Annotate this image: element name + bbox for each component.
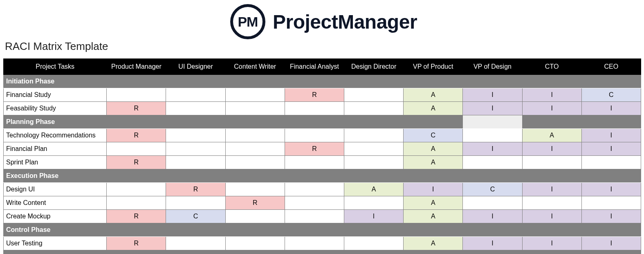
col-header-role: VP of Design (463, 59, 522, 75)
task-name: Create Mockup (4, 210, 107, 223)
raci-cell: I (522, 183, 581, 196)
raci-cell: A (344, 183, 404, 196)
raci-cell: I (581, 142, 641, 156)
task-name: Sprint Plan (4, 156, 107, 169)
phase-blank-cell (344, 223, 404, 237)
phase-blank-cell (463, 223, 522, 237)
raci-cell: I (581, 102, 641, 115)
raci-cell (285, 156, 344, 169)
raci-cell: I (522, 88, 581, 102)
raci-cell: I (522, 210, 581, 223)
phase-label: Execution Phase (4, 169, 107, 183)
phase-blank-cell (463, 75, 522, 88)
phase-blank-cell (404, 223, 463, 237)
phase-blank-cell (522, 223, 581, 237)
raci-cell (463, 156, 522, 169)
col-header-role: Financial Analyst (285, 59, 344, 75)
col-header-role: VP of Product (404, 59, 463, 75)
raci-cell (166, 156, 225, 169)
raci-cell: A (404, 196, 463, 210)
raci-cell (344, 142, 404, 156)
task-row: Technology RecommendationsRCAI (4, 129, 641, 142)
raci-cell: R (225, 196, 285, 210)
task-row: Sprint PlanRA (4, 156, 641, 169)
col-header-role: Content Writer (225, 59, 285, 75)
raci-cell: I (522, 102, 581, 115)
raci-cell (225, 102, 285, 115)
raci-cell: I (463, 88, 522, 102)
task-row: Feasability StudyRAIII (4, 102, 641, 115)
raci-cell: R (285, 88, 344, 102)
col-header-tasks: Project Tasks (4, 59, 107, 75)
phase-row: Execution Phase (4, 169, 641, 183)
raci-cell (285, 102, 344, 115)
task-name: User Testing (4, 237, 107, 250)
col-header-role: UI Designer (166, 59, 225, 75)
raci-cell: I (581, 210, 641, 223)
raci-cell: I (344, 210, 404, 223)
raci-cell: R (107, 156, 166, 169)
logo-mark-text: PM (238, 14, 258, 30)
task-row: Create MockupRCIAIII (4, 210, 641, 223)
phase-label: Initiation Phase (4, 75, 107, 88)
task-name: Feasability Study (4, 102, 107, 115)
phase-blank-cell (166, 169, 225, 183)
raci-cell (225, 210, 285, 223)
phase-blank-cell (107, 75, 166, 88)
raci-cell (344, 88, 404, 102)
phase-row: Planning Phase (4, 115, 641, 129)
phase-blank-cell (107, 169, 166, 183)
raci-cell: C (463, 183, 522, 196)
phase-row: Control Phase (4, 223, 641, 237)
task-row: Financial PlanRAIII (4, 142, 641, 156)
phase-label: Planning Phase (4, 115, 107, 129)
raci-cell (225, 183, 285, 196)
phase-label: Close Phase (4, 250, 107, 254)
phase-blank-cell (404, 169, 463, 183)
raci-cell: C (404, 129, 463, 142)
phase-blank-cell (581, 75, 641, 88)
raci-cell (522, 156, 581, 169)
raci-cell (522, 196, 581, 210)
raci-cell (107, 88, 166, 102)
raci-cell (463, 129, 522, 142)
task-name: Design UI (4, 183, 107, 196)
raci-cell (225, 237, 285, 250)
phase-blank-cell (225, 223, 285, 237)
raci-cell: I (581, 237, 641, 250)
raci-cell: R (107, 102, 166, 115)
header-row: Project TasksProduct ManagerUI DesignerC… (4, 59, 641, 75)
raci-cell (285, 129, 344, 142)
page-title: RACI Matrix Template (5, 40, 644, 53)
phase-blank-cell (225, 115, 285, 129)
raci-cell: I (404, 183, 463, 196)
phase-blank-cell (522, 169, 581, 183)
task-row: Design UIRAICII (4, 183, 641, 196)
logo-mark: PM (230, 4, 265, 39)
phase-label: Control Phase (4, 223, 107, 237)
phase-blank-cell (285, 250, 344, 254)
raci-cell: I (463, 237, 522, 250)
phase-row: Initiation Phase (4, 75, 641, 88)
raci-cell: I (463, 210, 522, 223)
task-name: Financial Study (4, 88, 107, 102)
raci-cell (285, 196, 344, 210)
phase-blank-cell (285, 115, 344, 129)
page: PM ProjectManager RACI Matrix Template P… (0, 0, 644, 254)
phase-blank-cell (166, 223, 225, 237)
phase-blank-cell (522, 250, 581, 254)
raci-cell: R (107, 237, 166, 250)
logo-text: ProjectManager (273, 11, 417, 33)
raci-cell (344, 196, 404, 210)
raci-cell (166, 142, 225, 156)
phase-row: Close Phase (4, 250, 641, 254)
phase-blank-cell (463, 115, 522, 129)
raci-cell: A (522, 129, 581, 142)
table-header: Project TasksProduct ManagerUI DesignerC… (4, 59, 641, 75)
phase-blank-cell (344, 115, 404, 129)
raci-cell (581, 196, 641, 210)
phase-blank-cell (107, 250, 166, 254)
raci-cell: A (404, 210, 463, 223)
raci-cell (166, 237, 225, 250)
raci-cell (344, 156, 404, 169)
